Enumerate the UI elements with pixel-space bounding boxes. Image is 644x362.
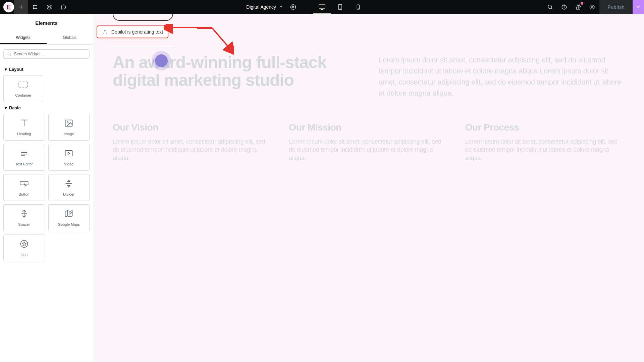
tab-globals[interactable]: Globals: [47, 32, 93, 44]
elements-panel: Elements Widgets Globals ▾Layout Contain…: [0, 14, 93, 362]
svg-rect-19: [20, 182, 28, 185]
publish-options-button[interactable]: [633, 0, 644, 14]
column-mission[interactable]: Our Mission Lorem ipsum dolor sit amet, …: [289, 122, 448, 162]
section-basic[interactable]: ▾Basic: [0, 102, 93, 114]
text-editor-icon: [19, 149, 29, 159]
widget-container[interactable]: Container: [3, 75, 43, 102]
svg-rect-4: [319, 4, 325, 8]
tab-widgets[interactable]: Widgets: [0, 32, 47, 44]
widget-video[interactable]: Video: [48, 144, 90, 171]
svg-rect-18: [65, 151, 72, 156]
svg-point-17: [67, 122, 68, 123]
svg-point-9: [548, 5, 552, 9]
icon-icon: [19, 239, 29, 250]
svg-point-13: [592, 6, 593, 8]
svg-rect-15: [19, 82, 28, 87]
svg-point-1: [33, 7, 34, 7]
caret-down-icon: ▾: [5, 67, 7, 72]
widget-spacer[interactable]: Spacer: [3, 204, 45, 231]
text-element[interactable]: Lorem ipsum dolor sit amet, consectetur …: [379, 54, 625, 99]
widget-button[interactable]: Button: [3, 174, 45, 201]
widget-divider[interactable]: Divider: [48, 174, 90, 201]
button-icon: [19, 179, 29, 190]
caret-down-icon: ▾: [5, 105, 7, 110]
column-process[interactable]: Our Process Lorem ipsum dolor sit amet, …: [465, 122, 625, 162]
widget-image[interactable]: Image: [48, 114, 90, 141]
page-title[interactable]: Digital Agency: [246, 4, 276, 10]
column-title[interactable]: Our Mission: [289, 122, 448, 133]
elementor-logo[interactable]: E: [3, 2, 14, 12]
structure-button[interactable]: [42, 0, 56, 14]
preview-button[interactable]: [585, 0, 599, 14]
search-widget-input[interactable]: [3, 49, 90, 59]
sparkle-icon: [102, 29, 108, 35]
column-text[interactable]: Lorem ipsum dolor sit amet, consectetur …: [465, 138, 625, 162]
widget-heading[interactable]: Heading: [3, 114, 45, 141]
container-icon: [18, 80, 28, 91]
svg-point-6: [340, 9, 340, 9]
device-tablet[interactable]: [331, 0, 349, 14]
copilot-status-badge: Copilot is generating text: [97, 25, 168, 38]
column-vision[interactable]: Our Vision Lorem ipsum dolor sit amet, c…: [113, 122, 272, 162]
publish-button[interactable]: Publish: [599, 0, 633, 14]
canvas[interactable]: Copilot is generating text An award-winn…: [93, 14, 644, 362]
heading-element[interactable]: An award-winning full-stack digital mark…: [113, 54, 359, 89]
settings-button[interactable]: [28, 0, 42, 14]
widget-text-editor[interactable]: Text Editor: [3, 144, 45, 171]
svg-point-14: [8, 53, 10, 55]
svg-point-8: [358, 8, 359, 9]
google-maps-icon: [64, 209, 73, 220]
video-icon: [64, 149, 73, 159]
column-text[interactable]: Lorem ipsum dolor sit amet, consectetur …: [113, 138, 272, 162]
heading-icon: [19, 118, 29, 129]
whats-new-button[interactable]: [571, 0, 585, 14]
svg-rect-16: [65, 120, 72, 126]
column-title[interactable]: Our Vision: [113, 122, 272, 133]
notes-button[interactable]: [56, 0, 70, 14]
canvas-button-element[interactable]: [113, 14, 173, 21]
cursor-indicator: [155, 54, 168, 67]
add-element-button[interactable]: [14, 0, 28, 14]
column-title[interactable]: Our Process: [465, 122, 625, 133]
svg-point-20: [70, 212, 72, 213]
image-icon: [64, 118, 73, 129]
divider-icon: [64, 179, 73, 190]
device-desktop[interactable]: [313, 0, 331, 14]
svg-point-3: [292, 6, 294, 8]
spacer-icon: [19, 209, 29, 220]
divider-element[interactable]: [113, 48, 176, 48]
notification-dot: [581, 2, 583, 5]
section-layout[interactable]: ▾Layout: [0, 63, 93, 75]
page-settings-button[interactable]: [286, 0, 300, 14]
widget-icon[interactable]: Icon: [3, 235, 45, 261]
widget-google-maps[interactable]: Google Maps: [48, 204, 90, 231]
chevron-down-icon[interactable]: [279, 4, 283, 10]
column-text[interactable]: Lorem ipsum dolor sit amet, consectetur …: [289, 138, 448, 162]
search-icon: [7, 52, 11, 56]
help-button[interactable]: [557, 0, 571, 14]
search-button[interactable]: [543, 0, 557, 14]
panel-title: Elements: [0, 14, 93, 32]
device-mobile[interactable]: [349, 0, 367, 14]
topbar: E Digital Agency Publish: [0, 0, 644, 14]
